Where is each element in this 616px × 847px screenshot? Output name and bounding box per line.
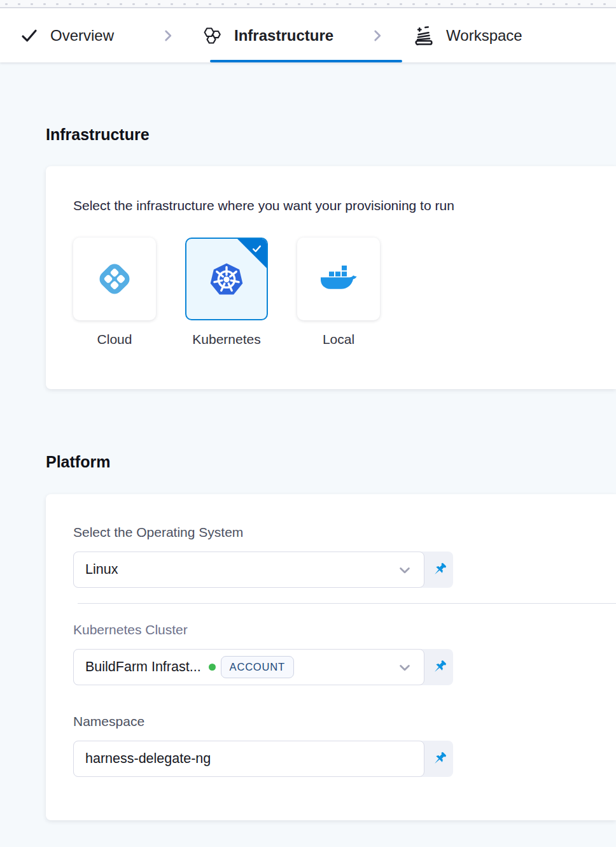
- chevron-down-icon: [396, 561, 414, 579]
- cluster-select[interactable]: BuildFarm Infrast... ACCOUNT: [73, 649, 424, 685]
- cloud-icon: [96, 260, 133, 297]
- cloud-label: Cloud: [97, 332, 132, 347]
- pin-icon: [430, 658, 449, 677]
- canvas-dotted-strip: [0, 0, 616, 8]
- namespace-pin-button[interactable]: [424, 741, 453, 777]
- docker-icon: [319, 264, 358, 294]
- platform-card: Select the Operating System Linux: [46, 494, 616, 820]
- cluster-field-label: Kubernetes Cluster: [73, 622, 616, 637]
- namespace-input[interactable]: harness-delegate-ng: [73, 741, 424, 777]
- chevron-down-icon: [396, 658, 414, 676]
- section-divider: [78, 603, 616, 604]
- hexagons-icon: [202, 25, 223, 46]
- chevron-right-icon: [369, 26, 386, 45]
- option-kubernetes: Kubernetes: [185, 238, 268, 347]
- infrastructure-setup-page: Overview Infrastructure: [0, 0, 616, 847]
- os-select[interactable]: Linux: [73, 552, 424, 588]
- chevron-right-icon: [160, 26, 176, 45]
- stage-stepper: Overview Infrastructure: [0, 8, 616, 62]
- tab-overview[interactable]: Overview: [19, 25, 114, 46]
- pin-icon: [430, 750, 449, 769]
- infrastructure-prompt: Select the infrastructure where you want…: [73, 198, 616, 213]
- selected-check-icon: [251, 243, 262, 254]
- namespace-field-label: Namespace: [73, 714, 616, 729]
- namespace-input-value: harness-delegate-ng: [85, 751, 211, 767]
- kubernetes-tile[interactable]: [185, 238, 268, 320]
- os-select-value: Linux: [85, 562, 118, 578]
- os-field-label: Select the Operating System: [73, 525, 616, 540]
- os-select-group: Linux: [73, 552, 453, 588]
- cluster-select-group: BuildFarm Infrast... ACCOUNT: [73, 649, 453, 685]
- main-content: Infrastructure Select the infrastructure…: [0, 125, 616, 820]
- active-tab-underline: [210, 60, 402, 62]
- kubernetes-label: Kubernetes: [192, 332, 260, 347]
- tab-overview-label: Overview: [50, 27, 114, 45]
- check-icon: [19, 25, 39, 46]
- tab-workspace-label: Workspace: [446, 27, 522, 45]
- tab-infrastructure[interactable]: Infrastructure: [202, 25, 333, 46]
- local-tile[interactable]: [297, 238, 380, 320]
- cluster-select-value: BuildFarm Infrast...: [85, 659, 201, 675]
- infrastructure-section-title: Infrastructure: [46, 125, 616, 144]
- option-cloud: Cloud: [73, 238, 156, 347]
- cluster-pin-button[interactable]: [424, 649, 453, 685]
- stack-icon: [412, 24, 435, 47]
- cloud-tile[interactable]: [73, 238, 156, 320]
- tab-infrastructure-label: Infrastructure: [234, 27, 333, 45]
- pin-icon: [430, 560, 449, 580]
- os-pin-button[interactable]: [424, 552, 453, 588]
- local-label: Local: [323, 332, 354, 347]
- platform-section-title: Platform: [46, 453, 616, 471]
- scope-badge: ACCOUNT: [221, 656, 294, 678]
- infrastructure-card: Select the infrastructure where you want…: [46, 166, 616, 389]
- option-local: Local: [297, 238, 380, 347]
- connector-status-dot: [209, 664, 216, 671]
- namespace-input-group: harness-delegate-ng: [73, 741, 453, 777]
- infrastructure-options: Cloud: [73, 238, 616, 347]
- tab-workspace[interactable]: Workspace: [412, 24, 522, 47]
